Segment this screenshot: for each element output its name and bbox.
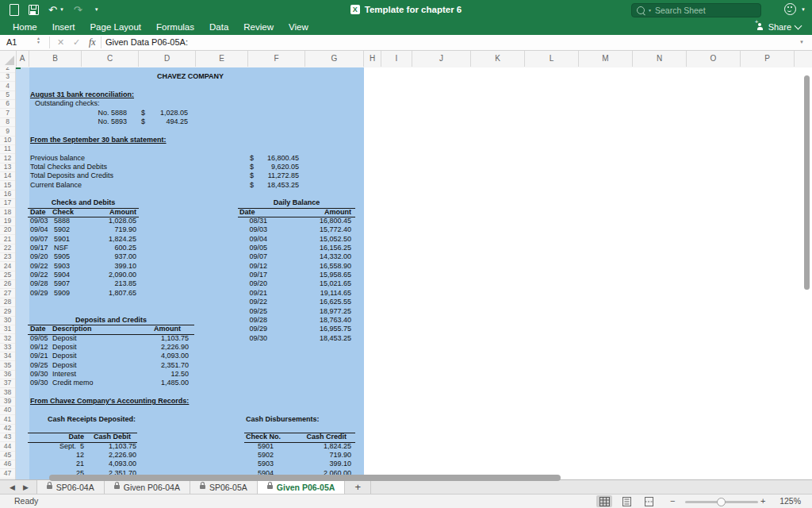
cell-row27[interactable]: 09/21 <box>249 289 267 298</box>
prev-sheet-arrow-icon[interactable]: ◀ <box>10 483 15 491</box>
cell-row35[interactable]: Deposit <box>52 361 77 371</box>
cell-row32[interactable]: Deposit <box>52 334 77 344</box>
cell-row15[interactable]: 18,453.25 <box>267 181 299 190</box>
cell-row32[interactable]: 1,103.75 <box>161 334 189 344</box>
cell-row5[interactable]: August 31 bank reconciliation: <box>30 90 134 100</box>
feedback-smiley-button[interactable]: ▼ <box>784 3 806 15</box>
column-header-f[interactable]: F <box>248 51 305 67</box>
zoom-level[interactable]: 125% <box>779 496 801 506</box>
cell-row7[interactable]: No. 5888 <box>98 109 127 118</box>
cell-row19[interactable]: 5888 <box>54 217 70 226</box>
cell-row21[interactable]: 5901 <box>54 235 70 244</box>
cell-row12[interactable]: 16,800.45 <box>267 154 299 164</box>
cell-row44[interactable]: Sept. 5 <box>59 442 84 452</box>
row-header-36[interactable]: 36 <box>0 370 15 379</box>
cell-row20[interactable]: 5902 <box>54 225 70 235</box>
cell-row44[interactable]: 1,824.25 <box>324 442 351 452</box>
cell-row19[interactable]: 16,800.45 <box>320 217 351 226</box>
row-header-14[interactable]: 14 <box>0 171 15 181</box>
row-header-20[interactable]: 20 <box>0 225 15 235</box>
normal-view-icon[interactable] <box>596 495 612 507</box>
menu-tab-review[interactable]: Review <box>243 22 274 32</box>
cell-row41[interactable]: Cash Disbursements: <box>246 415 320 425</box>
column-header-i[interactable]: I <box>381 51 412 67</box>
cell-row33[interactable]: 09/12 <box>30 343 48 352</box>
toolbar-options-caret-icon[interactable]: ▼ <box>92 7 99 12</box>
cell-row43[interactable]: Check No. <box>246 433 281 442</box>
cell-row46[interactable]: 21 <box>76 460 84 469</box>
cell-row30[interactable]: 18,763.40 <box>320 316 351 325</box>
cell-row45[interactable]: 12 <box>76 451 84 460</box>
search-input[interactable]: ▼ Search Sheet <box>631 3 761 17</box>
cell-row12[interactable]: $ <box>250 154 254 164</box>
row-header-43[interactable]: 43 <box>0 433 15 442</box>
cell-row43[interactable]: Cash Credit <box>306 433 347 442</box>
next-sheet-arrow-icon[interactable]: ▶ <box>23 483 29 491</box>
cell-row21[interactable]: 1,824.25 <box>109 235 136 244</box>
cell-row23[interactable]: 09/07 <box>249 252 267 262</box>
row-header-11[interactable]: 11 <box>0 144 15 154</box>
sheet-tab-sp06-04a[interactable]: SP06-04A <box>36 480 105 494</box>
row-header-13[interactable]: 13 <box>0 163 15 172</box>
name-box[interactable]: A1 <box>6 35 17 50</box>
share-button[interactable]: + Share <box>757 20 801 34</box>
row-header-25[interactable]: 25 <box>0 271 15 280</box>
name-box-spinner[interactable]: ▲▼ <box>36 37 40 44</box>
cell-row45[interactable]: 719.90 <box>329 451 351 460</box>
sheet-tab-given-p06-05a[interactable]: Given P06-05A <box>258 480 346 494</box>
cell-row46[interactable]: 399.10 <box>329 460 351 469</box>
cell-row13[interactable]: $ <box>250 163 254 172</box>
cell-row31[interactable]: 16,955.75 <box>320 325 351 334</box>
cell-row46[interactable]: 5903 <box>258 460 274 469</box>
row-header-10[interactable]: 10 <box>0 136 15 145</box>
row-header-16[interactable]: 16 <box>0 190 15 199</box>
cell-row33[interactable]: Deposit <box>52 343 77 352</box>
cell-row18[interactable]: Date <box>239 208 255 217</box>
row-header-12[interactable]: 12 <box>0 154 15 164</box>
cell-row31[interactable]: 09/29 <box>249 325 267 334</box>
column-header-n[interactable]: N <box>633 51 687 67</box>
row-header-18[interactable]: 18 <box>0 208 15 217</box>
row-header-32[interactable]: 32 <box>0 334 15 344</box>
cell-row19[interactable]: 08/31 <box>249 217 267 226</box>
cell-row26[interactable]: 09/20 <box>249 279 267 289</box>
column-header-c[interactable]: C <box>82 51 139 67</box>
add-sheet-button[interactable]: + <box>345 480 371 494</box>
cell-row23[interactable]: 5905 <box>54 252 70 262</box>
column-header-d[interactable]: D <box>139 51 196 67</box>
zoom-in-button[interactable]: + <box>760 496 765 506</box>
select-all-corner[interactable] <box>0 51 17 67</box>
cell-row13[interactable]: 9,620.05 <box>271 163 299 172</box>
cell-row23[interactable]: 09/20 <box>30 252 48 262</box>
cell-row25[interactable]: 09/22 <box>30 271 48 280</box>
cell-row17[interactable]: Daily Balance <box>274 198 320 208</box>
new-document-icon[interactable] <box>10 4 19 16</box>
cell-row30[interactable]: Deposits and Credits <box>75 316 147 325</box>
column-header-k[interactable]: K <box>471 51 525 67</box>
cell-row8[interactable]: $ <box>141 117 145 127</box>
row-header-45[interactable]: 45 <box>0 451 15 460</box>
cell-row18[interactable]: Check <box>52 208 74 217</box>
cell-row33[interactable]: 2,226.90 <box>161 343 189 352</box>
cell-row29[interactable]: 09/25 <box>249 307 267 317</box>
cell-row15[interactable]: Current Balance <box>30 181 82 190</box>
cell-row45[interactable]: 5902 <box>258 451 274 460</box>
cell-row20[interactable]: 09/03 <box>249 225 267 235</box>
row-header-30[interactable]: 30 <box>0 316 15 325</box>
cell-row13[interactable]: Total Checks and Debits <box>30 163 107 172</box>
row-header-3[interactable]: 3 <box>0 72 15 82</box>
menu-tab-page-layout[interactable]: Page Layout <box>90 22 141 32</box>
row-header-47[interactable]: 47 <box>0 469 15 479</box>
column-header-p[interactable]: P <box>741 51 795 67</box>
cell-row34[interactable]: 4,093.00 <box>161 352 189 361</box>
cell-row24[interactable]: 09/22 <box>30 262 48 271</box>
cell-row20[interactable]: 15,772.40 <box>320 225 351 235</box>
row-header-34[interactable]: 34 <box>0 352 15 361</box>
row-header-33[interactable]: 33 <box>0 343 15 352</box>
menu-tab-insert[interactable]: Insert <box>52 22 75 32</box>
row-header-40[interactable]: 40 <box>0 406 15 415</box>
column-header-o[interactable]: O <box>687 51 741 67</box>
row-header-8[interactable]: 8 <box>0 117 15 127</box>
cell-row18[interactable]: Date <box>30 208 46 217</box>
cell-row8[interactable]: No. 5893 <box>98 117 127 127</box>
